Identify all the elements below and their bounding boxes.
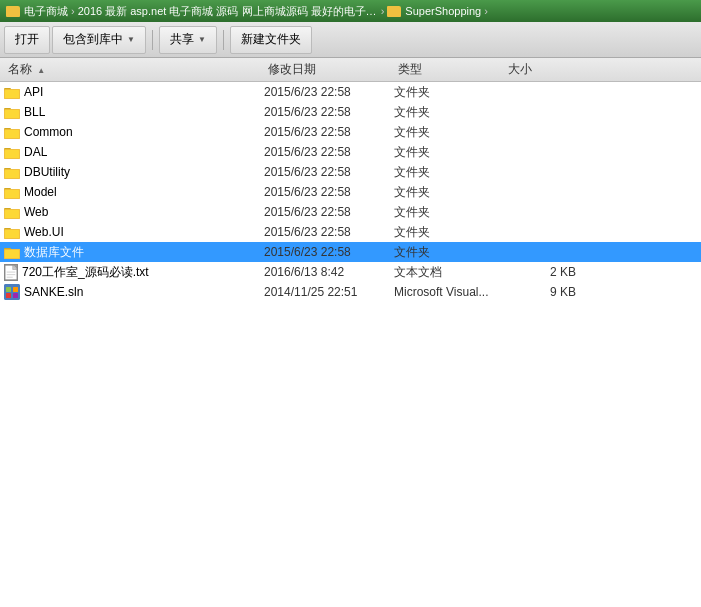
open-button[interactable]: 打开	[4, 26, 50, 54]
svg-rect-31	[5, 230, 19, 238]
title-bar: 电子商城 › 2016 最新 asp.net 电子商城 源码 网上商城源码 最好…	[0, 0, 701, 22]
file-name: BLL	[24, 105, 45, 119]
svg-rect-3	[5, 90, 19, 98]
file-name-cell: Web	[4, 205, 264, 219]
file-size: 2 KB	[504, 265, 584, 279]
table-row[interactable]: SANKE.sln 2014/11/25 22:51 Microsoft Vis…	[0, 282, 701, 302]
share-label: 共享	[170, 31, 194, 48]
breadcrumb-sep2: ›	[381, 5, 385, 17]
file-name-cell: Common	[4, 125, 264, 139]
new-folder-button[interactable]: 新建文件夹	[230, 26, 312, 54]
svg-rect-27	[5, 210, 19, 218]
include-button[interactable]: 包含到库中 ▼	[52, 26, 146, 54]
file-date: 2014/11/25 22:51	[264, 285, 394, 299]
file-name-cell: 数据库文件	[4, 244, 264, 261]
file-name-cell: Model	[4, 185, 264, 199]
file-name: Common	[24, 125, 73, 139]
file-date: 2015/6/23 22:58	[264, 165, 394, 179]
file-date: 2015/6/23 22:58	[264, 225, 394, 239]
file-date: 2015/6/23 22:58	[264, 105, 394, 119]
breadcrumb: 电子商城	[6, 4, 68, 19]
folder-icon	[4, 246, 20, 259]
file-name-cell: API	[4, 85, 264, 99]
table-row[interactable]: 720工作室_源码必读.txt 2016/6/13 8:42 文本文档 2 KB	[0, 262, 701, 282]
table-row[interactable]: DAL 2015/6/23 22:58 文件夹	[0, 142, 701, 162]
file-type: 文件夹	[394, 84, 504, 101]
table-row[interactable]: DBUtility 2015/6/23 22:58 文件夹	[0, 162, 701, 182]
folder-icon	[4, 206, 20, 219]
file-type: 文件夹	[394, 124, 504, 141]
file-type: 文件夹	[394, 224, 504, 241]
folder-icon	[4, 106, 20, 119]
col-date-header[interactable]: 修改日期	[264, 61, 394, 78]
table-row[interactable]: Web.UI 2015/6/23 22:58 文件夹	[0, 222, 701, 242]
toolbar-divider2	[223, 30, 224, 50]
file-date: 2015/6/23 22:58	[264, 145, 394, 159]
sort-arrow: ▲	[37, 66, 45, 75]
file-name: DAL	[24, 145, 47, 159]
open-label: 打开	[15, 31, 39, 48]
svg-rect-19	[5, 170, 19, 178]
folder-icon	[4, 126, 20, 139]
svg-rect-15	[5, 150, 19, 158]
file-name-cell: BLL	[4, 105, 264, 119]
table-row[interactable]: API 2015/6/23 22:58 文件夹	[0, 82, 701, 102]
toolbar-divider	[152, 30, 153, 50]
file-name-cell: DAL	[4, 145, 264, 159]
breadcrumb-sep: ›	[71, 5, 75, 17]
file-type: 文件夹	[394, 244, 504, 261]
new-folder-label: 新建文件夹	[241, 31, 301, 48]
solution-icon	[4, 284, 20, 300]
share-button[interactable]: 共享 ▼	[159, 26, 217, 54]
file-date: 2015/6/23 22:58	[264, 245, 394, 259]
file-type: 文件夹	[394, 204, 504, 221]
file-name: 数据库文件	[24, 244, 84, 261]
folder-icon	[4, 86, 20, 99]
table-row[interactable]: Web 2015/6/23 22:58 文件夹	[0, 202, 701, 222]
file-name: Web.UI	[24, 225, 64, 239]
file-name: API	[24, 85, 43, 99]
folder-icon	[4, 146, 20, 159]
file-date: 2015/6/23 22:58	[264, 205, 394, 219]
file-name: DBUtility	[24, 165, 70, 179]
svg-marker-37	[13, 265, 17, 269]
svg-rect-45	[13, 293, 18, 298]
folder-icon	[4, 226, 20, 239]
col-size-header[interactable]: 大小	[504, 61, 584, 78]
table-row[interactable]: Common 2015/6/23 22:58 文件夹	[0, 122, 701, 142]
file-name: 720工作室_源码必读.txt	[22, 264, 149, 281]
svg-rect-11	[5, 130, 19, 138]
include-dropdown-arrow: ▼	[127, 35, 135, 44]
toolbar: 打开 包含到库中 ▼ 共享 ▼ 新建文件夹	[0, 22, 701, 58]
svg-rect-35	[5, 250, 19, 258]
col-name-header[interactable]: 名称 ▲	[4, 61, 264, 78]
svg-rect-23	[5, 190, 19, 198]
file-name: Model	[24, 185, 57, 199]
svg-rect-42	[6, 287, 11, 292]
file-name-cell: Web.UI	[4, 225, 264, 239]
file-list: API 2015/6/23 22:58 文件夹 BLL 2015/6/23 22…	[0, 82, 701, 607]
file-name: SANKE.sln	[24, 285, 83, 299]
file-date: 2015/6/23 22:58	[264, 85, 394, 99]
file-date: 2015/6/23 22:58	[264, 125, 394, 139]
folder-icon2	[387, 6, 401, 17]
table-row[interactable]: BLL 2015/6/23 22:58 文件夹	[0, 102, 701, 122]
column-headers: 名称 ▲ 修改日期 类型 大小	[0, 58, 701, 82]
file-name: Web	[24, 205, 48, 219]
col-type-header[interactable]: 类型	[394, 61, 504, 78]
file-type: 文件夹	[394, 144, 504, 161]
svg-rect-44	[6, 293, 11, 298]
file-type: 文本文档	[394, 264, 504, 281]
file-date: 2016/6/13 8:42	[264, 265, 394, 279]
table-row[interactable]: 数据库文件 2015/6/23 22:58 文件夹	[0, 242, 701, 262]
svg-rect-7	[5, 110, 19, 118]
folder-icon	[6, 6, 20, 17]
svg-rect-43	[13, 287, 18, 292]
file-name-cell: DBUtility	[4, 165, 264, 179]
file-type: 文件夹	[394, 104, 504, 121]
breadcrumb-end: ›	[484, 5, 488, 17]
text-file-icon	[4, 264, 18, 281]
file-type: 文件夹	[394, 184, 504, 201]
file-date: 2015/6/23 22:58	[264, 185, 394, 199]
table-row[interactable]: Model 2015/6/23 22:58 文件夹	[0, 182, 701, 202]
